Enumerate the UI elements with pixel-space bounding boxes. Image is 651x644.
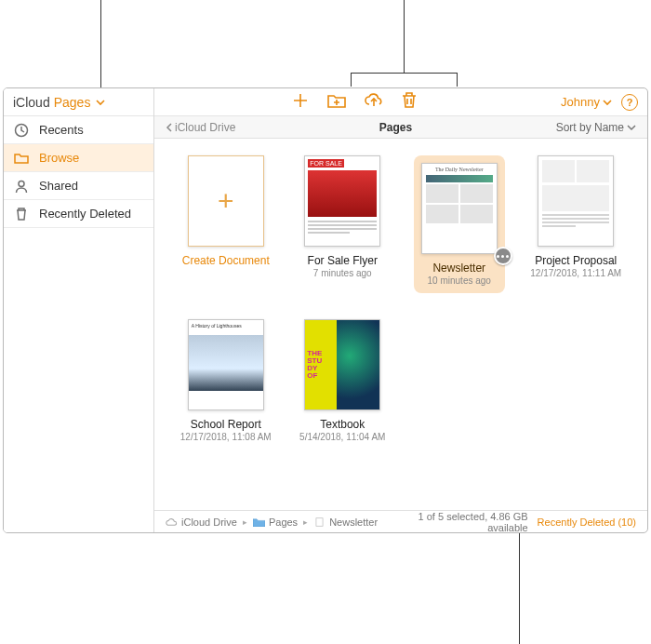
- document-name: Textbook: [320, 418, 365, 431]
- crumb-pages[interactable]: Pages: [253, 517, 298, 528]
- create-document-tile[interactable]: + Create Document: [167, 155, 285, 293]
- document-name: Newsletter: [432, 262, 485, 275]
- callout-line: [100, 0, 101, 87]
- account-menu[interactable]: Johnny: [561, 95, 612, 109]
- breadcrumb: iCloud Drive ▸ Pages ▸ Newsletter: [166, 517, 378, 528]
- main-area: Johnny ? iCloud Drive Pages Sort by Name: [154, 88, 647, 532]
- sidebar-item-label: Recents: [39, 123, 84, 137]
- document-thumbnail: The Daily Newsletter: [421, 163, 498, 254]
- upload-button[interactable]: [364, 91, 384, 114]
- create-button[interactable]: [291, 91, 310, 114]
- folder-plus-icon: [326, 91, 347, 110]
- chevron-down-icon: [96, 94, 105, 111]
- sidebar-item-label: Browse: [39, 151, 79, 165]
- sidebar-item-label: Shared: [39, 179, 78, 193]
- document-tile[interactable]: FOR SALE For Sale Flyer 7 minutes ago: [285, 155, 402, 293]
- svg-rect-6: [316, 517, 323, 526]
- recently-deleted-link[interactable]: Recently Deleted (10): [538, 517, 636, 528]
- sort-menu[interactable]: Sort by Name: [556, 121, 636, 134]
- create-document-label: Create Document: [182, 254, 270, 267]
- cloud-upload-icon: [364, 91, 384, 110]
- document-tile[interactable]: A History of Lighthouses School Report 1…: [167, 319, 285, 442]
- svg-point-1: [19, 181, 24, 186]
- icloud-label: iCloud: [13, 95, 50, 110]
- folder-icon: [253, 517, 265, 527]
- toolbar: Johnny ?: [154, 88, 647, 116]
- plus-icon: [291, 91, 310, 110]
- location-title: Pages: [235, 121, 555, 134]
- more-actions-button[interactable]: [494, 247, 512, 265]
- document-name: Project Proposal: [535, 254, 617, 267]
- crumb-separator: ▸: [243, 517, 247, 527]
- clock-icon: [13, 123, 30, 138]
- sidebar-item-browse[interactable]: Browse: [4, 144, 153, 172]
- app-switcher[interactable]: iCloud Pages: [4, 88, 153, 116]
- app-name: Pages: [54, 95, 91, 110]
- sidebar-item-shared[interactable]: Shared: [4, 172, 153, 200]
- document-tile[interactable]: THE STU DY OF Textbook 5/14/2018, 11:04 …: [285, 319, 402, 442]
- folder-icon: [13, 151, 30, 166]
- document-thumbnail: FOR SALE: [304, 155, 380, 247]
- help-button[interactable]: ?: [621, 94, 638, 111]
- sidebar-item-label: Recently Deleted: [39, 207, 131, 221]
- document-tile-selected[interactable]: The Daily Newsletter Newsletter 10 minut…: [401, 155, 518, 293]
- crumb-separator: ▸: [303, 517, 308, 527]
- document-thumbnail: [538, 155, 614, 247]
- chevron-down-icon: [603, 98, 612, 107]
- sidebar-item-recently-deleted[interactable]: Recently Deleted: [4, 200, 153, 228]
- crumb-newsletter[interactable]: Newsletter: [313, 517, 378, 528]
- sort-label: Sort by Name: [556, 121, 624, 134]
- create-document-thumb: +: [188, 155, 264, 247]
- trash-icon: [401, 91, 418, 110]
- document-meta: 7 minutes ago: [313, 268, 372, 278]
- selection-status: 1 of 5 selected, 4.86 GB available: [378, 511, 528, 533]
- sidebar: iCloud Pages Recents Browse: [4, 88, 154, 532]
- document-manager-window: iCloud Pages Recents Browse: [3, 87, 648, 533]
- document-meta: 12/17/2018, 11:11 AM: [530, 268, 621, 278]
- delete-button[interactable]: [401, 91, 418, 114]
- folder-button[interactable]: [326, 91, 347, 114]
- person-icon: [13, 179, 30, 194]
- chevron-left-icon: [166, 123, 173, 132]
- sidebar-item-recents[interactable]: Recents: [4, 116, 153, 144]
- callout-line: [351, 73, 458, 74]
- document-thumbnail: THE STU DY OF: [304, 319, 380, 410]
- document-thumbnail: A History of Lighthouses: [188, 319, 264, 410]
- crumb-icloud-drive[interactable]: iCloud Drive: [166, 517, 237, 528]
- document-meta: 12/17/2018, 11:08 AM: [180, 432, 272, 442]
- document-tile[interactable]: Project Proposal 12/17/2018, 11:11 AM: [518, 155, 635, 293]
- document-name: School Report: [191, 418, 261, 431]
- status-bar: iCloud Drive ▸ Pages ▸ Newsletter 1 of 5…: [154, 510, 647, 532]
- cloud-icon: [166, 517, 178, 527]
- back-label: iCloud Drive: [175, 121, 235, 134]
- plus-icon: +: [218, 185, 234, 217]
- chevron-down-icon: [627, 123, 636, 132]
- callout-line: [404, 0, 405, 73]
- user-name: Johnny: [561, 95, 600, 109]
- location-bar: iCloud Drive Pages Sort by Name: [154, 116, 647, 139]
- document-icon: [313, 517, 326, 527]
- document-name: For Sale Flyer: [308, 254, 378, 267]
- document-meta: 10 minutes ago: [428, 275, 491, 286]
- document-grid: + Create Document FOR SALE For Sale Flye…: [167, 155, 634, 442]
- back-button[interactable]: iCloud Drive: [166, 121, 235, 134]
- trash-icon: [13, 207, 30, 221]
- document-meta: 5/14/2018, 11:04 AM: [299, 432, 385, 442]
